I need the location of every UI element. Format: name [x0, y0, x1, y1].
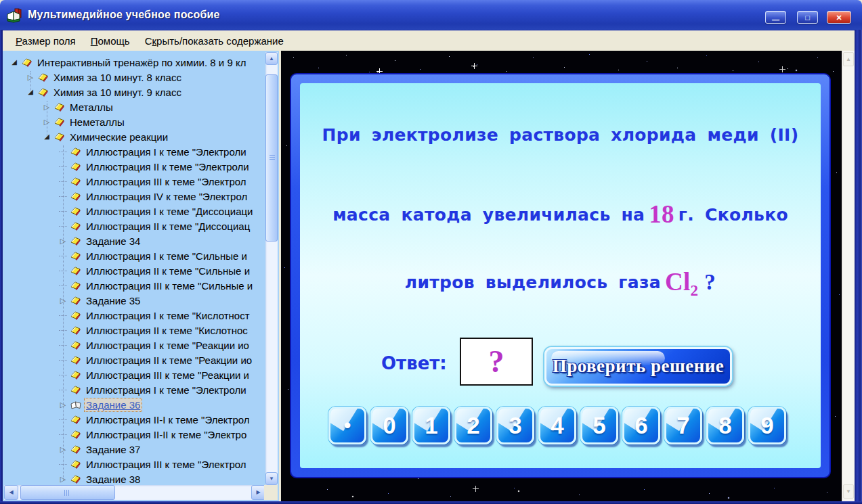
tree-item[interactable]: ▷Задание 34 [4, 233, 264, 248]
tree-vertical-scrollbar[interactable]: ▲ ▼ [265, 52, 278, 485]
tree-item-label[interactable]: Иллюстрация III к теме "Сильные и [85, 279, 254, 292]
tree-item[interactable]: Иллюстрация II к теме "Сильные и [4, 263, 264, 278]
tree-item[interactable]: Иллюстрация I к теме "Диссоциаци [4, 204, 264, 219]
tree-expander-icon[interactable]: ▷ [26, 72, 35, 82]
tree-expander-icon[interactable]: ▷ [58, 474, 68, 484]
tree-expander-icon[interactable]: ▷ [58, 400, 68, 409]
tree-expander-icon[interactable]: ▷ [42, 102, 51, 112]
keypad-digit-7-button[interactable]: 7 [664, 407, 702, 444]
tree-item-label[interactable]: Иллюстрация I к теме "Электроли [85, 145, 248, 158]
tree-expander-icon[interactable]: ◢ [42, 132, 51, 141]
tree-horizontal-scrollbar[interactable]: ◀ ▶ [4, 485, 265, 500]
tree-item-label[interactable]: Иллюстрация III к теме "Электрол [85, 175, 248, 188]
tree-item[interactable]: Иллюстрация III к теме "Электрол [4, 457, 264, 472]
tree-item[interactable]: Иллюстрация I к теме "Электроли [4, 382, 264, 397]
tree-item-label[interactable]: Иллюстрация IV к теме "Электрол [85, 190, 249, 203]
keypad-digit-5-button[interactable]: 5 [580, 407, 618, 444]
menu-item-2[interactable]: Помощь [83, 30, 137, 51]
scroll-left-button[interactable]: ◀ [4, 485, 18, 500]
title-bar[interactable]: Мультимедийное учебное пособие — □ ✕ [0, 0, 862, 30]
tree-item-label[interactable]: Задание 37 [85, 443, 142, 456]
tree-item[interactable]: Иллюстрация II к теме "Электроли [4, 159, 264, 174]
tree-item[interactable]: ▷Задание 38 [4, 472, 264, 484]
tree-item-label[interactable]: Задание 35 [85, 294, 142, 307]
keypad-decimal-button[interactable]: • [328, 407, 366, 444]
keypad-digit-0-button[interactable]: 0 [370, 407, 408, 444]
tree-item-label[interactable]: Иллюстрация II к теме "Диссоциац [85, 220, 251, 233]
tree-item-label[interactable]: Иллюстрация I к теме "Электроли [85, 384, 248, 396]
keypad-digit-4-button[interactable]: 4 [538, 407, 576, 444]
tree-item[interactable]: Иллюстрация I к теме "Электроли [4, 144, 264, 159]
close-button[interactable]: ✕ [827, 11, 851, 24]
keypad-digit-3-button[interactable]: 3 [496, 407, 534, 444]
minimize-button[interactable]: — [765, 11, 786, 24]
tree-item-label[interactable]: Задание 38 [85, 473, 142, 484]
tree-item[interactable]: ▷Металлы [4, 99, 264, 114]
tree-item-label[interactable]: Химия за 10 минут. 8 класс [52, 71, 183, 84]
tree-item-label[interactable]: Иллюстрация I к теме "Реакции ио [85, 339, 251, 352]
tree-item-label[interactable]: Иллюстрация I к теме "Сильные и [85, 250, 249, 262]
keypad-digit-8-button[interactable]: 8 [706, 407, 744, 444]
tree-item[interactable]: Иллюстрация III к теме "Реакции и [4, 367, 264, 382]
vertical-scroll-thumb[interactable] [265, 74, 278, 242]
tree-item[interactable]: Иллюстрация I к теме "Сильные и [4, 248, 264, 263]
keypad-digit-9-button[interactable]: 9 [748, 407, 786, 444]
tree-item[interactable]: Иллюстрация III к теме "Сильные и [4, 278, 264, 293]
tree-item[interactable]: Иллюстрация I к теме "Кислотност [4, 308, 264, 323]
tree-item-label[interactable]: Химия за 10 минут. 9 класс [52, 86, 183, 99]
tree-item[interactable]: Иллюстрация II-II к теме "Электро [4, 427, 264, 442]
answer-input[interactable]: ? [460, 338, 533, 386]
stage-vertical-scrollbar[interactable]: ▲ ▼ [842, 51, 855, 501]
maximize-button[interactable]: □ [797, 11, 818, 24]
menu-item-3[interactable]: Скрыть/показать содержание [137, 30, 291, 51]
tree-item-label[interactable]: Задание 36 [85, 398, 142, 411]
tree-expander-icon[interactable]: ◢ [26, 87, 35, 97]
tree-item-label[interactable]: Иллюстрация II к теме "Сильные и [85, 265, 251, 277]
scroll-up-button[interactable]: ▲ [265, 52, 278, 65]
scroll-down-button[interactable]: ▼ [843, 484, 854, 499]
tree-item[interactable]: Иллюстрация II к теме "Реакции ио [4, 352, 264, 367]
tree-item-label[interactable]: Неметаллы [68, 116, 126, 129]
tree-expander-icon[interactable]: ▷ [42, 117, 51, 127]
tree-expander-icon[interactable]: ▷ [58, 444, 68, 454]
tree-item-label[interactable]: Иллюстрация II к теме "Электроли [85, 160, 251, 173]
tree-item-label[interactable]: Иллюстрация I к теме "Кислотност [85, 309, 251, 322]
tree-item-label[interactable]: Иллюстрация II к теме "Кислотнос [85, 324, 249, 337]
tree-item-label[interactable]: Металлы [68, 101, 114, 114]
tree-item[interactable]: ▷Неметаллы [4, 114, 264, 129]
tree-item[interactable]: Иллюстрация II-I к теме "Электрол [4, 412, 264, 427]
scroll-up-button[interactable]: ▲ [843, 52, 854, 66]
scroll-down-button[interactable]: ▼ [265, 472, 278, 485]
tree-item-label[interactable]: Иллюстрация I к теме "Диссоциаци [85, 205, 254, 218]
tree-item[interactable]: ◢Интерактивный тренажёр по химии. 8 и 9 … [4, 55, 264, 70]
tree-expander-icon[interactable]: ▷ [58, 236, 68, 246]
tree-item-label[interactable]: Иллюстрация II-II к теме "Электро [85, 428, 248, 441]
tree-item[interactable]: Иллюстрация II к теме "Диссоциац [4, 219, 264, 233]
horizontal-scroll-thumb[interactable] [20, 485, 115, 500]
tree-item[interactable]: Иллюстрация IV к теме "Электрол [4, 189, 264, 204]
tree-item[interactable]: Иллюстрация III к теме "Электрол [4, 174, 264, 189]
tree-item[interactable]: ▷Химия за 10 минут. 8 класс [4, 70, 264, 85]
keypad-digit-1-button[interactable]: 1 [412, 407, 450, 444]
tree-item-label[interactable]: Иллюстрация II к теме "Реакции ио [85, 354, 253, 367]
tree-item[interactable]: ▷Задание 35 [4, 293, 264, 308]
tree-item-label[interactable]: Интерактивный тренажёр по химии. 8 и 9 к… [36, 56, 247, 69]
tree-expander-icon[interactable]: ◢ [9, 58, 19, 67]
tree-item[interactable]: ◢Химия за 10 минут. 9 класс [4, 85, 264, 99]
tree-item-label[interactable]: Иллюстрация II-I к теме "Электрол [85, 413, 251, 426]
tree-item[interactable]: ◢Химические реакции [4, 129, 264, 144]
tree-item-label[interactable]: Задание 34 [85, 235, 142, 248]
tree-item-label[interactable]: Иллюстрация III к теме "Реакции и [85, 369, 251, 382]
check-solution-button[interactable]: Проверить решение [544, 347, 732, 386]
tree-item-selected[interactable]: ▷Задание 36 [4, 397, 264, 412]
tree-item[interactable]: Иллюстрация I к теме "Реакции ио [4, 338, 264, 352]
tree-item[interactable]: Иллюстрация II к теме "Кислотнос [4, 323, 264, 338]
tree-item[interactable]: ▷Задание 37 [4, 442, 264, 457]
menu-item-1[interactable]: Размер поля [8, 30, 83, 51]
tree-item-label[interactable]: Химические реакции [68, 131, 169, 143]
tree-item-label[interactable]: Иллюстрация III к теме "Электрол [85, 458, 248, 471]
tree-expander-icon[interactable]: ▷ [58, 296, 68, 305]
scroll-right-button[interactable]: ▶ [251, 485, 265, 500]
keypad-digit-2-button[interactable]: 2 [454, 407, 492, 444]
keypad-digit-6-button[interactable]: 6 [622, 407, 660, 444]
